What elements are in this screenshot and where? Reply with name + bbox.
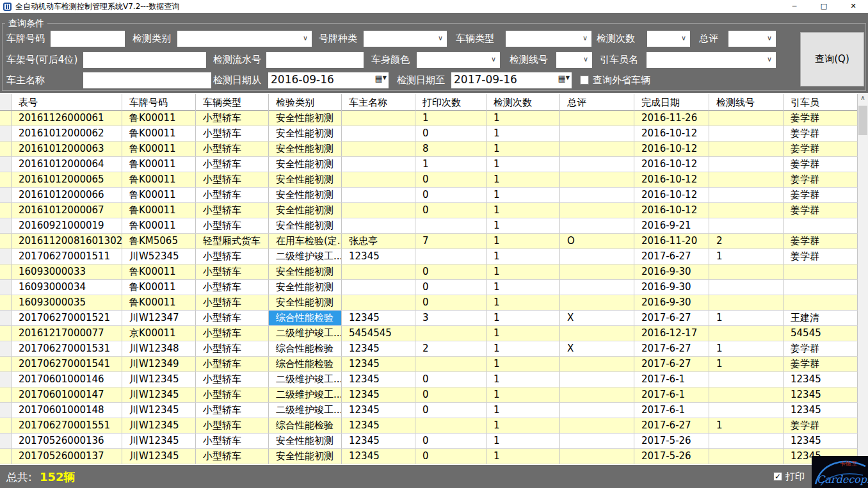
date-from-field[interactable]: 2016-09-16 ▦▼: [268, 72, 389, 88]
table-cell[interactable]: 川W12345: [122, 434, 196, 449]
print-checkbox[interactable]: ✓: [773, 472, 782, 481]
table-cell[interactable]: 小型轿车: [196, 218, 269, 234]
check-count-select[interactable]: ∨: [647, 31, 690, 47]
table-cell[interactable]: 小型轿车: [196, 172, 269, 188]
table-cell[interactable]: X: [560, 311, 634, 326]
table-cell[interactable]: 2017-6-1: [634, 387, 709, 403]
plate-input[interactable]: [51, 31, 125, 47]
table-cell[interactable]: 2017-5-26: [634, 434, 709, 449]
table-cell[interactable]: 小型轿车: [196, 264, 269, 280]
table-cell[interactable]: 鲁K00011: [122, 218, 196, 234]
row-selector[interactable]: [0, 449, 12, 464]
table-cell[interactable]: 在用车检验(定...: [269, 234, 342, 249]
table-cell[interactable]: 姜学群: [784, 188, 858, 203]
table-cell[interactable]: 鲁K00011: [122, 126, 196, 142]
overall-select[interactable]: ∨: [728, 31, 776, 47]
table-cell[interactable]: 川W52345: [122, 249, 196, 264]
table-cell[interactable]: 姜学群: [784, 203, 858, 218]
table-cell[interactable]: [560, 264, 634, 280]
table-cell[interactable]: 20161012000067: [12, 203, 122, 218]
table-cell[interactable]: [415, 418, 486, 434]
table-cell[interactable]: 1: [486, 295, 560, 311]
table-cell[interactable]: 1: [486, 341, 560, 357]
table-cell[interactable]: 20161217000077: [12, 326, 122, 341]
table-cell[interactable]: 安全性能初测: [269, 434, 342, 449]
check-type-select[interactable]: ∨: [177, 31, 312, 47]
table-cell[interactable]: 川W12345: [122, 372, 196, 387]
table-cell[interactable]: 小型轿车: [196, 111, 269, 126]
table-cell[interactable]: 安全性能初测: [269, 126, 342, 142]
table-cell[interactable]: 1: [486, 234, 560, 249]
table-cell[interactable]: 2016-9-30: [634, 264, 709, 280]
table-cell[interactable]: 安全性能初测: [269, 449, 342, 464]
table-cell[interactable]: 201706270001511: [12, 249, 122, 264]
table-cell[interactable]: 1: [486, 326, 560, 341]
table-cell[interactable]: [560, 449, 634, 464]
table-cell[interactable]: 12345: [784, 372, 858, 387]
table-cell[interactable]: 川W12345: [122, 387, 196, 403]
table-cell[interactable]: [342, 280, 415, 295]
column-header[interactable]: 引车员: [784, 94, 858, 111]
table-cell[interactable]: 20170526000137: [12, 449, 122, 464]
table-cell[interactable]: 轻型厢式货车: [196, 234, 269, 249]
table-cell[interactable]: 姜学群: [784, 341, 858, 357]
column-header[interactable]: 车辆类型: [196, 94, 269, 111]
table-cell[interactable]: [342, 142, 415, 157]
table-cell[interactable]: 1: [486, 188, 560, 203]
table-cell[interactable]: 2017-6-27: [634, 311, 709, 326]
table-cell[interactable]: 0: [415, 449, 486, 464]
chevron-down-icon[interactable]: ▼: [566, 75, 570, 81]
table-cell[interactable]: 0: [415, 434, 486, 449]
table-cell[interactable]: 0: [415, 126, 486, 142]
table-cell[interactable]: [709, 449, 784, 464]
column-header[interactable]: 车牌号码: [122, 94, 196, 111]
row-selector[interactable]: [0, 387, 12, 403]
row-selector[interactable]: [0, 142, 12, 157]
table-cell[interactable]: 20170526000136: [12, 434, 122, 449]
table-cell[interactable]: 0: [415, 372, 486, 387]
table-cell[interactable]: 1: [486, 203, 560, 218]
table-cell[interactable]: 二级维护竣工...: [269, 403, 342, 418]
table-cell[interactable]: 2016-10-12: [634, 172, 709, 188]
table-cell[interactable]: [709, 403, 784, 418]
table-cell[interactable]: 王建清: [784, 311, 858, 326]
table-cell[interactable]: 小型轿车: [196, 372, 269, 387]
table-cell[interactable]: [560, 172, 634, 188]
table-cell[interactable]: 2016-10-12: [634, 157, 709, 172]
table-cell[interactable]: 小型轿车: [196, 311, 269, 326]
calendar-icon[interactable]: ▦: [558, 74, 566, 83]
table-cell[interactable]: 姜学群: [784, 172, 858, 188]
table-cell[interactable]: 16093000035: [12, 295, 122, 311]
table-cell[interactable]: [709, 372, 784, 387]
owner-input[interactable]: [83, 72, 211, 88]
table-cell[interactable]: [560, 249, 634, 264]
table-cell[interactable]: [709, 264, 784, 280]
table-cell[interactable]: 鲁K00011: [122, 203, 196, 218]
table-cell[interactable]: [342, 295, 415, 311]
table-cell[interactable]: [342, 157, 415, 172]
table-cell[interactable]: 1: [486, 387, 560, 403]
table-cell[interactable]: 1: [486, 126, 560, 142]
table-cell[interactable]: 鲁K00011: [122, 172, 196, 188]
table-cell[interactable]: 54545: [784, 326, 858, 341]
table-cell[interactable]: 0: [415, 295, 486, 311]
table-cell[interactable]: 1: [486, 280, 560, 295]
table-cell[interactable]: 20161126000061: [12, 111, 122, 126]
table-cell[interactable]: 0: [415, 188, 486, 203]
table-cell[interactable]: 2017-6-27: [634, 341, 709, 357]
table-cell[interactable]: 1: [486, 172, 560, 188]
table-cell[interactable]: 二级维护竣工...: [269, 372, 342, 387]
row-selector[interactable]: [0, 111, 12, 126]
table-cell[interactable]: 姜学群: [784, 357, 858, 372]
driver-select[interactable]: ∨: [647, 52, 776, 68]
table-cell[interactable]: 2: [415, 341, 486, 357]
table-cell[interactable]: [560, 326, 634, 341]
table-cell[interactable]: 1: [415, 111, 486, 126]
row-selector[interactable]: [0, 234, 12, 249]
table-cell[interactable]: 小型轿车: [196, 326, 269, 341]
table-cell[interactable]: 1: [486, 142, 560, 157]
table-cell[interactable]: [560, 403, 634, 418]
table-cell[interactable]: 12345: [342, 418, 415, 434]
table-cell[interactable]: 安全性能初测: [269, 111, 342, 126]
table-cell[interactable]: 12345: [342, 311, 415, 326]
